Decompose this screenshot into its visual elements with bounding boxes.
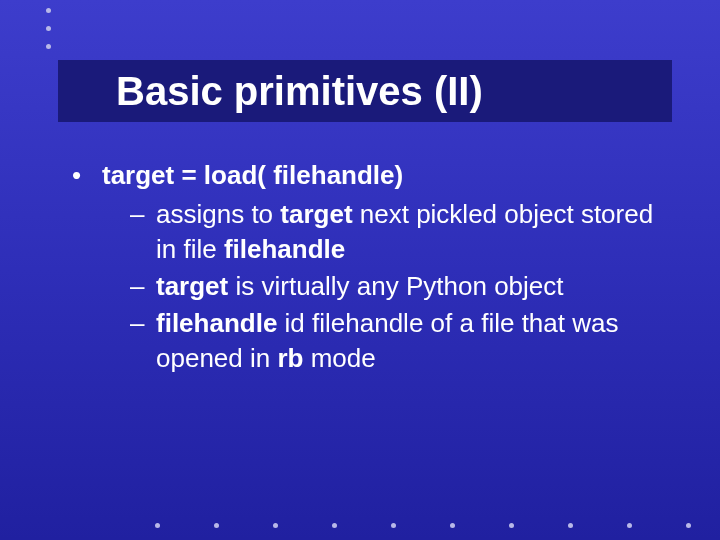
dash-marker: – — [130, 197, 156, 267]
bullet-marker: • — [72, 158, 102, 193]
dot-icon — [391, 523, 396, 528]
dot-icon — [214, 523, 219, 528]
bullet-text: filehandle id filehandle of a file that … — [156, 306, 660, 376]
slide-title: Basic primitives (II) — [116, 69, 483, 114]
dot-icon — [509, 523, 514, 528]
bullet-text: assigns to target next pickled object st… — [156, 197, 660, 267]
dot-icon — [627, 523, 632, 528]
text-bold: target — [280, 199, 352, 229]
text-bold: rb — [277, 343, 303, 373]
dot-icon — [46, 8, 51, 13]
slide-content: • target = load( filehandle) – assigns t… — [72, 158, 660, 379]
bullet-level1: • target = load( filehandle) — [72, 158, 660, 193]
dot-icon — [155, 523, 160, 528]
text-bold: filehandle — [224, 234, 345, 264]
text-run: is virtually any Python object — [228, 271, 563, 301]
dash-marker: – — [130, 306, 156, 376]
dot-icon — [568, 523, 573, 528]
dot-icon — [450, 523, 455, 528]
dot-icon — [273, 523, 278, 528]
text-bold: filehandle — [156, 308, 277, 338]
text-run: mode — [303, 343, 375, 373]
bullet-level2: – target is virtually any Python object — [130, 269, 660, 304]
dot-icon — [686, 523, 691, 528]
bullet-text: target = load( filehandle) — [102, 158, 660, 193]
bullet-level2: – filehandle id filehandle of a file tha… — [130, 306, 660, 376]
text-bold: target — [156, 271, 228, 301]
dot-icon — [46, 26, 51, 31]
decorative-dots-top — [46, 8, 51, 49]
decorative-dots-bottom — [155, 523, 691, 528]
dash-marker: – — [130, 269, 156, 304]
dot-icon — [46, 44, 51, 49]
text-run: assigns to — [156, 199, 280, 229]
bullet-text: target is virtually any Python object — [156, 269, 660, 304]
bullet-level2: – assigns to target next pickled object … — [130, 197, 660, 267]
title-bar: Basic primitives (II) — [58, 60, 672, 122]
dot-icon — [332, 523, 337, 528]
